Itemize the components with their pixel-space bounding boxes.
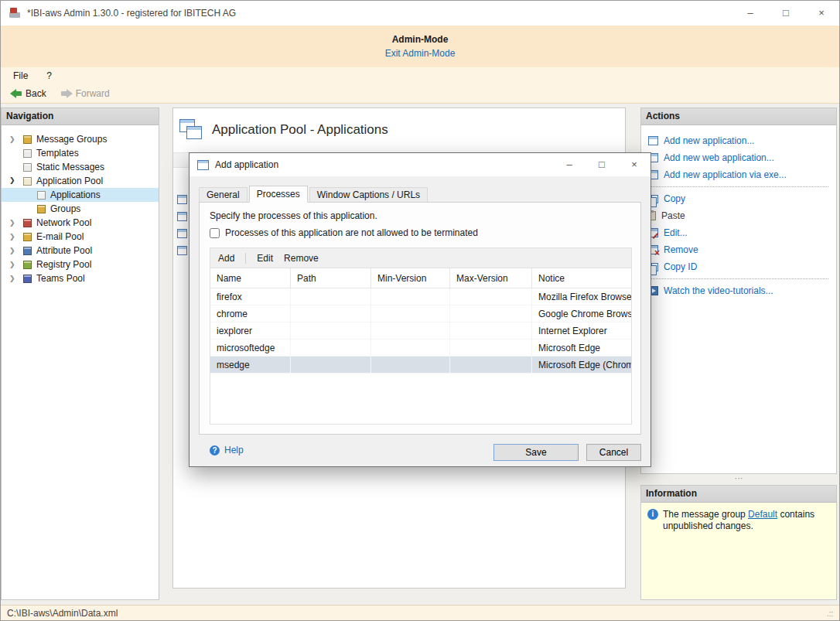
action-watch-video-tutorials[interactable]: Watch the video-tutorials... <box>648 282 836 299</box>
nav-item-label: Groups <box>50 203 80 214</box>
menu-help[interactable]: ? <box>46 70 52 81</box>
application-row-icon[interactable] <box>177 212 187 221</box>
action-label: Watch the video-tutorials... <box>664 285 773 296</box>
action-add-new-web-application[interactable]: Add new web application... <box>648 149 836 166</box>
nav-item-network-pool[interactable]: ❯ Network Pool <box>2 216 159 230</box>
application-row-icon[interactable] <box>177 195 187 204</box>
action-paste[interactable]: Paste <box>648 207 836 224</box>
dialog-minimize-button[interactable]: – <box>553 153 586 176</box>
nav-item-application-pool[interactable]: ❯ Application Pool <box>2 174 159 188</box>
chevron-right-icon[interactable]: ❯ <box>9 219 23 227</box>
action-add-new-application-via-exe[interactable]: Add new application via exe... <box>648 166 836 183</box>
save-button[interactable]: Save <box>493 444 579 461</box>
nav-item-label: Templates <box>36 148 79 159</box>
processes-description: Specify the processes of this applicatio… <box>210 210 377 221</box>
tab-processes[interactable]: Processes <box>249 186 308 203</box>
process-notice: Microsoft Edge <box>532 340 631 357</box>
process-row-msedge[interactable]: msedge Microsoft Edge (Chrom... <box>210 357 631 374</box>
actions-header: Actions <box>641 108 836 125</box>
application-row-icon[interactable] <box>177 229 187 238</box>
information-body: The message group Default contains unpub… <box>641 503 836 532</box>
network-pool-icon <box>23 219 32 227</box>
maximize-button[interactable]: □ <box>768 1 804 26</box>
action-remove[interactable]: Remove <box>648 241 836 258</box>
information-message: The message group Default contains unpub… <box>663 509 830 532</box>
nav-item-attribute-pool[interactable]: ❯ Attribute Pool <box>2 244 159 258</box>
resize-grip-icon[interactable] <box>827 609 838 619</box>
terminate-checkbox-row: Processes of this application are not al… <box>210 227 478 238</box>
process-row-microsoftedge[interactable]: microsoftedge Microsoft Edge <box>210 340 631 357</box>
process-row-iexplorer[interactable]: iexplorer Internet Explorer <box>210 322 631 340</box>
dialog-close-button[interactable]: × <box>618 153 650 176</box>
nav-item-label: Application Pool <box>36 176 103 186</box>
tab-general[interactable]: General <box>199 187 248 202</box>
help-link[interactable]: Help <box>210 445 244 456</box>
action-label: Edit... <box>664 227 688 238</box>
column-header-path[interactable]: Path <box>291 268 371 288</box>
chevron-right-icon[interactable]: ❯ <box>9 275 23 282</box>
information-header: Information <box>641 486 836 503</box>
process-min-version <box>371 288 450 305</box>
process-row-chrome[interactable]: chrome Google Chrome Browser <box>210 305 631 322</box>
nav-item-label: Registry Pool <box>36 259 91 270</box>
chevron-right-icon[interactable]: ❯ <box>9 247 23 254</box>
menu-file[interactable]: File <box>13 70 28 81</box>
processes-list-toolbar: Add Edit Remove <box>210 248 631 268</box>
dialog-body: General Processes Window Captions / URLs… <box>190 176 650 466</box>
window-title: *IBI-aws Admin 1.30.0 - registered for I… <box>27 8 236 19</box>
forward-button[interactable]: Forward <box>60 88 110 99</box>
dialog-title: Add application <box>215 159 278 170</box>
nav-item-email-pool[interactable]: ❯ E-mail Pool <box>2 230 159 244</box>
templates-icon <box>23 149 32 158</box>
message-groups-icon <box>23 135 32 144</box>
panel-splitter-handle[interactable]: ··· <box>640 475 837 483</box>
process-notice: Google Chrome Browser <box>532 305 631 322</box>
close-button[interactable]: × <box>804 1 839 26</box>
back-button[interactable]: Back <box>10 88 46 99</box>
edit-process-button[interactable]: Edit <box>257 253 273 264</box>
column-header-min-version[interactable]: Min-Version <box>371 268 450 288</box>
exit-admin-mode-link[interactable]: Exit Admin-Mode <box>385 48 456 59</box>
processes-table-header: Name Path Min-Version Max-Version Notice <box>210 268 631 288</box>
nav-item-static-messages[interactable]: ❯ Static Messages <box>2 160 159 174</box>
application-pool-icon <box>23 177 32 186</box>
action-copy[interactable]: Copy <box>648 190 836 207</box>
column-header-name[interactable]: Name <box>210 268 291 288</box>
add-process-button[interactable]: Add <box>218 253 234 264</box>
email-pool-icon <box>23 233 32 241</box>
nav-item-applications[interactable]: Applications <box>2 188 159 202</box>
application-row-icon[interactable] <box>177 246 187 255</box>
column-header-notice[interactable]: Notice <box>532 268 631 288</box>
action-add-new-application[interactable]: Add new application... <box>648 132 836 149</box>
cancel-button[interactable]: Cancel <box>586 444 641 461</box>
action-label: Paste <box>661 210 685 221</box>
forward-label: Forward <box>76 88 110 99</box>
dialog-maximize-button[interactable]: □ <box>586 153 618 176</box>
column-header-max-version[interactable]: Max-Version <box>450 268 532 288</box>
nav-item-label: Message Groups <box>36 134 107 145</box>
action-copy-id[interactable]: Copy ID <box>648 258 836 275</box>
chevron-right-icon[interactable]: ❯ <box>9 233 23 241</box>
process-row-firefox[interactable]: firefox Mozilla Firefox Browser <box>210 288 631 305</box>
chevron-right-icon[interactable]: ❯ <box>9 135 23 143</box>
terminate-not-allowed-checkbox[interactable] <box>210 228 220 238</box>
process-notice: Mozilla Firefox Browser <box>532 288 631 305</box>
default-message-group-link[interactable]: Default <box>748 509 777 520</box>
action-edit[interactable]: Edit... <box>648 224 836 241</box>
remove-process-button[interactable]: Remove <box>284 253 319 264</box>
nav-item-registry-pool[interactable]: ❯ Registry Pool <box>2 258 159 271</box>
minimize-button[interactable]: – <box>732 1 768 26</box>
chevron-down-icon[interactable]: ❯ <box>9 176 23 184</box>
process-min-version <box>371 357 450 374</box>
nav-item-templates[interactable]: ❯ Templates <box>2 146 159 160</box>
actions-separator <box>648 278 828 279</box>
nav-item-groups[interactable]: Groups <box>2 202 159 216</box>
info-icon <box>647 509 658 520</box>
nav-item-teams-pool[interactable]: ❯ Teams Pool <box>2 271 159 285</box>
action-label: Add new application... <box>664 135 754 146</box>
chevron-right-icon[interactable]: ❯ <box>9 261 23 268</box>
toolbar-separator <box>245 253 246 264</box>
nav-item-message-groups[interactable]: ❯ Message Groups <box>2 132 159 146</box>
tab-window-captions-urls[interactable]: Window Captions / URLs <box>309 187 428 202</box>
process-max-version <box>450 305 532 322</box>
